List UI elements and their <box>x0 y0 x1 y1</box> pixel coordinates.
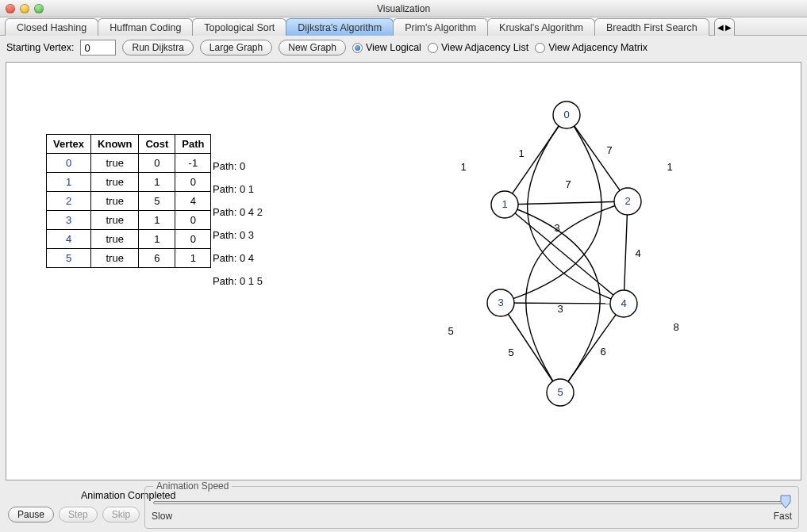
skip-button[interactable]: Skip <box>102 507 140 522</box>
triangle-left-icon: ◀ <box>717 23 724 32</box>
dijkstra-table: VertexKnownCostPath 0true0-11true102true… <box>46 134 211 268</box>
edge-weight: 1 <box>460 161 466 173</box>
tab-prim-s-algorithm[interactable]: Prim's Algorithm <box>393 18 488 36</box>
graph-diagram: 177343561158012345 <box>6 63 801 480</box>
table-cell: true <box>91 230 139 249</box>
new-graph-button[interactable]: New Graph <box>279 40 346 55</box>
tab-closed-hashing[interactable]: Closed Hashing <box>5 18 98 36</box>
title-bar: Visualization <box>0 0 807 17</box>
table-cell: true <box>91 211 139 230</box>
table-cell: 0 <box>175 173 211 192</box>
visualization-canvas: 177343561158012345 VertexKnownCostPath 0… <box>6 62 801 480</box>
table-cell: 1 <box>175 249 211 268</box>
path-text: Path: 0 3 <box>213 224 263 247</box>
table-row: 4true10 <box>47 230 211 249</box>
table-cell: 6 <box>139 249 175 268</box>
graph-edge <box>505 205 624 304</box>
table-cell: 1 <box>139 230 175 249</box>
large-graph-button[interactable]: Large Graph <box>200 40 272 55</box>
path-text: Path: 0 <box>213 155 263 178</box>
table-cell: 3 <box>47 211 91 230</box>
table-header: Known <box>91 135 139 154</box>
toolbar: Starting Vertex: Run Dijkstra Large Grap… <box>0 36 807 59</box>
graph-node-label: 5 <box>557 386 563 398</box>
path-text: Path: 0 4 <box>213 247 263 270</box>
slider-rail <box>153 501 790 504</box>
table-header: Path <box>175 135 211 154</box>
tab-huffman-coding[interactable]: Huffman Coding <box>98 18 193 36</box>
table-cell: 4 <box>175 192 211 211</box>
window-title: Visualization <box>0 3 807 14</box>
table-cell: 1 <box>47 173 91 192</box>
view-adj-matrix-option[interactable]: View Adjacency Matrix <box>535 42 648 53</box>
tab-scroll-button[interactable]: ◀ ▶ <box>714 18 735 36</box>
table-cell: true <box>91 154 139 173</box>
graph-node-label: 2 <box>624 195 630 207</box>
table-header: Vertex <box>47 135 91 154</box>
step-button[interactable]: Step <box>59 507 98 522</box>
pause-button[interactable]: Pause <box>8 507 54 522</box>
table-header: Cost <box>139 135 175 154</box>
radio-off-icon <box>428 43 438 53</box>
tab-kruskal-s-algorithm[interactable]: Kruskal's Algorithm <box>487 18 595 36</box>
edge-weight: 3 <box>557 303 563 315</box>
graph-edge <box>624 201 628 304</box>
tab-topological-sort[interactable]: Topological Sort <box>192 18 286 36</box>
path-text: Path: 0 1 <box>213 178 263 201</box>
table-row: 3true10 <box>47 211 211 230</box>
edge-weight: 5 <box>448 325 453 337</box>
starting-vertex-label: Starting Vertex: <box>6 42 74 53</box>
table-cell: 4 <box>47 230 91 249</box>
starting-vertex-input[interactable] <box>80 40 116 55</box>
table-cell: 0 <box>139 154 175 173</box>
view-adj-matrix-label: View Adjacency Matrix <box>548 42 648 53</box>
animation-speed-panel: Animation Speed Slow Fast <box>144 486 799 529</box>
edge-weight: 1 <box>667 161 672 173</box>
table-cell: 0 <box>175 211 211 230</box>
graph-edge <box>567 115 628 201</box>
edge-weight: 6 <box>600 346 605 358</box>
slider-thumb-icon[interactable] <box>779 495 792 509</box>
table-cell: -1 <box>175 154 211 173</box>
table-row: 2true54 <box>47 192 211 211</box>
speed-slow-label: Slow <box>152 511 172 522</box>
table-row: 0true0-1 <box>47 154 211 173</box>
edge-weight: 7 <box>606 144 612 156</box>
graph-node-label: 3 <box>498 297 503 308</box>
table-cell: 5 <box>139 192 175 211</box>
tab-dijkstra-s-algorithm[interactable]: Dijkstra's Algorithm <box>286 18 394 36</box>
edge-weight: 4 <box>635 247 640 259</box>
view-adj-list-label: View Adjacency List <box>441 42 528 53</box>
view-logical-label: View Logical <box>366 42 421 53</box>
path-text: Path: 0 1 5 <box>213 270 263 293</box>
edge-weight: 5 <box>508 346 513 358</box>
graph-edge <box>528 115 624 304</box>
tab-breadth-first-search[interactable]: Breadth First Search <box>594 18 709 36</box>
table-row: 5true61 <box>47 249 211 268</box>
table-cell: 1 <box>139 211 175 230</box>
view-logical-option[interactable]: View Logical <box>352 42 421 53</box>
speed-fast-label: Fast <box>774 511 792 522</box>
edge-weight: 1 <box>518 147 524 159</box>
table-cell: 1 <box>139 173 175 192</box>
path-text: Path: 0 4 2 <box>213 201 263 224</box>
table-cell: 2 <box>47 192 91 211</box>
graph-node-label: 1 <box>501 198 507 210</box>
path-list: Path: 0Path: 0 1Path: 0 4 2Path: 0 3Path… <box>213 155 263 293</box>
table-cell: true <box>91 192 139 211</box>
table-cell: true <box>91 173 139 192</box>
table-cell: true <box>91 249 139 268</box>
animation-speed-label: Animation Speed <box>153 480 232 492</box>
table-cell: 0 <box>175 230 211 249</box>
run-dijkstra-button[interactable]: Run Dijkstra <box>122 40 193 55</box>
triangle-right-icon: ▶ <box>725 23 732 32</box>
table-row: 1true10 <box>47 173 211 192</box>
edge-weight: 7 <box>565 178 571 190</box>
graph-node-label: 4 <box>621 297 626 309</box>
graph-node-label: 0 <box>563 109 569 121</box>
bottom-bar: Pause Step Skip Animation Speed Slow Fas… <box>0 486 807 532</box>
graph-edge <box>505 201 628 205</box>
view-adj-list-option[interactable]: View Adjacency List <box>428 42 528 53</box>
radio-off-icon <box>535 43 545 53</box>
speed-slider[interactable] <box>152 495 792 509</box>
